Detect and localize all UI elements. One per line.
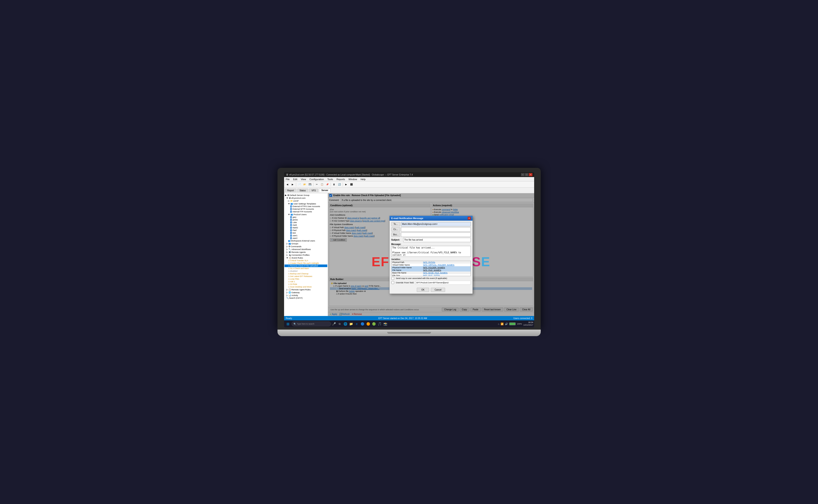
toolbar-open[interactable]: 📂 xyxy=(302,182,307,187)
bcc-input[interactable] xyxy=(401,232,471,237)
subject-input[interactable] xyxy=(403,238,471,242)
tree-ext-sftp[interactable]: 👤External SFTP Accounts xyxy=(285,208,327,210)
override-from-input[interactable] xyxy=(416,281,470,285)
menu-tools[interactable]: Tools xyxy=(326,177,335,181)
var-row-base-file[interactable]: Base File Name %FS_BASE_FILE_NAME% xyxy=(392,272,470,274)
tree-pro2col-users[interactable]: ▼👥Pro2col Users xyxy=(285,213,327,216)
close-button[interactable]: ✕ xyxy=(529,173,532,176)
tree-ext-https[interactable]: 👤External HTTPS User Accounts xyxy=(285,205,327,208)
tree-workspaces[interactable]: 👥Workspaces External Users xyxy=(285,240,327,242)
tab-status[interactable]: Status xyxy=(297,189,308,192)
tree-event-rules[interactable]: ▼📋Event Rules xyxy=(285,256,327,259)
cc-input[interactable] xyxy=(401,227,471,232)
taskbar-app1-icon[interactable]: 🔵 xyxy=(360,321,365,327)
toolbar-start[interactable]: ▶ xyxy=(344,182,349,187)
tree-sla-check[interactable]: ⚠SLA Check and Warn xyxy=(285,267,327,270)
tree-remote-agents[interactable]: ▷💻Remote Agents xyxy=(285,251,327,254)
modal-close-button[interactable]: ✕ xyxy=(468,217,471,220)
var-row-file-name[interactable]: File Name %FS_FILE_NAME% xyxy=(392,269,470,272)
tree-user-settings[interactable]: ▼👥User Settings Templates xyxy=(285,202,327,205)
tree-rule1[interactable]: ⚠rule 1 xyxy=(285,280,327,283)
ok-button[interactable]: OK xyxy=(417,288,429,292)
tree-user1[interactable]: 👤user1 xyxy=(285,234,327,237)
taskbar-cortana-icon[interactable]: 🎤 xyxy=(332,321,337,327)
toolbar-save[interactable]: 💾 xyxy=(308,182,312,187)
taskbar-search-box[interactable]: 🔍 Type here to search xyxy=(292,321,331,326)
menu-configuration[interactable]: Configuration xyxy=(308,177,326,181)
tab-report[interactable]: Report xyxy=(285,189,296,192)
to-input[interactable] xyxy=(401,222,471,226)
tree-james[interactable]: 👤james xyxy=(285,218,327,221)
tab-server[interactable]: Server xyxy=(319,188,331,192)
taskbar-app5-icon[interactable]: 📸 xyxy=(383,321,388,327)
tab-vfs[interactable]: VFS xyxy=(309,189,318,192)
toolbar-stop[interactable]: ⬛ xyxy=(349,182,354,187)
start-button[interactable]: ⊞ xyxy=(285,321,291,327)
var-row-virtual-folder[interactable]: Virtual Folder Name %FS_VIRTUAL_FOLDER_N… xyxy=(392,264,470,266)
tree-default-server-group[interactable]: ▶🖥Default Server Group xyxy=(285,194,327,197)
tree-search[interactable]: 🔍Search (Ctrl+F) xyxy=(285,297,327,299)
var-row-physical-folder[interactable]: Physical Folder Name %FS_FOLDER_NAME% xyxy=(392,266,470,269)
tree-connection-profiles[interactable]: ▷🔌Connection Profiles xyxy=(285,254,327,256)
tree-container[interactable]: ▶🖥Default Server Group ▼🖥eft.pro2col.com… xyxy=(284,193,328,316)
menu-file[interactable]: File xyxy=(284,177,292,181)
tree-mark[interactable]: 👤mark xyxy=(285,224,327,226)
toolbar-paste[interactable]: 📌 xyxy=(325,182,330,187)
tree-luke[interactable]: 👤Luke xyxy=(285,221,327,224)
toolbar-delete[interactable]: 🗑 xyxy=(332,182,337,187)
to-button[interactable]: To... xyxy=(391,222,400,226)
menu-view[interactable]: View xyxy=(299,177,308,181)
tree-paul[interactable]: 👤Paul xyxy=(285,229,327,232)
tree-backup[interactable]: ⚠Backup and Cleanup xyxy=(285,272,327,275)
maximize-button[interactable]: □ xyxy=(525,173,528,176)
taskbar-ie-icon[interactable]: 🌐 xyxy=(343,321,348,327)
tree-user2[interactable]: 👤user2 xyxy=(285,237,327,240)
tree-disabled[interactable]: ⚠disabled xyxy=(285,270,327,272)
toolbar-refresh[interactable]: 🔄 xyxy=(337,182,342,187)
menu-reports[interactable]: Reports xyxy=(335,177,347,181)
variables-container[interactable]: Physical Path %FS_PATH% Virtual Folder N… xyxy=(391,261,471,276)
tree-loop-files[interactable]: ⚠Loop Files xyxy=(285,278,327,280)
var-row-physical-path[interactable]: Physical Path %FS_PATH% xyxy=(392,261,470,264)
tree-advanced-workflows[interactable]: ▷🔧Advanced Workflows xyxy=(285,248,327,251)
toolbar-forward[interactable]: ▶ xyxy=(290,182,295,187)
tree-critical-transfer[interactable]: ⚠Critical Transfer SLA xyxy=(285,259,327,262)
menu-window[interactable]: Window xyxy=(347,177,359,181)
send-copy-checkbox[interactable] xyxy=(391,277,394,280)
menu-edit[interactable]: Edit xyxy=(291,177,299,181)
tree-get-latest[interactable]: ⚠Get Latest EFT Releases xyxy=(285,275,327,278)
tree-groups[interactable]: ▷👥Groups xyxy=(285,242,327,245)
tree-gateway[interactable]: ▷🌐Gateway xyxy=(285,291,327,294)
toolbar-copy[interactable]: 📋 xyxy=(320,182,325,187)
tree-ldap[interactable]: ▷📁LDAP xyxy=(285,199,327,202)
cc-button[interactable]: Cc... xyxy=(391,227,400,232)
toolbar-cut[interactable]: ✂ xyxy=(314,182,319,187)
tree-mark2[interactable]: 👤Mark2 xyxy=(285,226,327,229)
tree-activity[interactable]: ▷📊Activity xyxy=(285,294,327,297)
minimize-button[interactable]: ─ xyxy=(521,173,524,176)
tree-int-ftp[interactable]: 👤Internal FTP Accounts xyxy=(285,210,327,213)
taskbar-task-view-icon[interactable]: ⧉ xyxy=(337,321,342,327)
tree-create-check[interactable]: ⚠Create Check File each midnight xyxy=(285,262,327,264)
tree-scan-desktop[interactable]: ⚠Scan Desktop and Move xyxy=(285,286,327,288)
message-textarea[interactable]: The Critical file has arrived... Please … xyxy=(391,246,471,257)
bcc-button[interactable]: Bcc... xyxy=(391,232,400,237)
tree-s3-rule[interactable]: ⚠S3 Rule xyxy=(285,283,327,286)
var-row-file-size[interactable]: File Size %FS_FILE_SIZE% xyxy=(392,274,470,276)
tree-eft-pro2col[interactable]: ▼🖥eft.pro2col.com xyxy=(285,197,327,199)
toolbar-new[interactable]: 📄 xyxy=(297,182,302,187)
tree-gary[interactable]: 👤gary xyxy=(285,216,327,218)
taskbar-folder-icon[interactable]: 📁 xyxy=(349,321,354,327)
tree-remove-check[interactable]: ⚠Remove Check If File Uploaded xyxy=(285,264,327,267)
tree-remote-agent-rules[interactable]: ▷📋Remote Agent Rules xyxy=(285,288,327,291)
override-from-checkbox[interactable] xyxy=(391,281,394,284)
cancel-button[interactable]: Cancel xyxy=(431,288,445,292)
taskbar-edge-icon[interactable]: e xyxy=(354,321,360,327)
tree-test[interactable]: 👤test xyxy=(285,232,327,234)
taskbar-app2-icon[interactable]: 🟠 xyxy=(366,321,371,327)
toolbar-back[interactable]: ◀ xyxy=(285,182,290,187)
taskbar-app3-icon[interactable]: 🟢 xyxy=(371,321,377,327)
menu-help[interactable]: Help xyxy=(359,177,367,181)
taskbar-app4-icon[interactable]: 🎵 xyxy=(377,321,382,327)
tree-commands[interactable]: ▷⚙Commands xyxy=(285,245,327,248)
